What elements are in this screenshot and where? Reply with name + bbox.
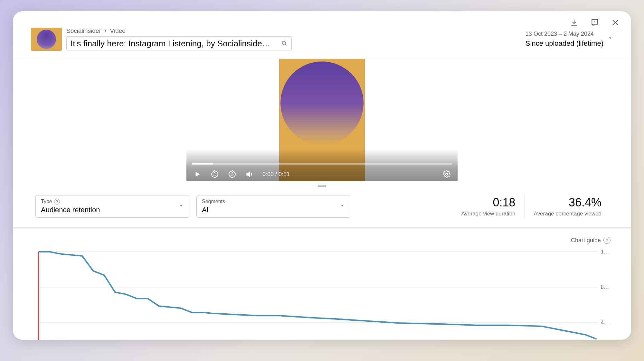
video-title-select[interactable]: It's finally here: Instagram Listening, … <box>66 36 292 51</box>
video-progress-bar[interactable] <box>192 163 452 165</box>
date-range-preset: Since uploaded (lifetime) <box>526 39 603 48</box>
video-thumbnail[interactable] <box>31 28 62 51</box>
type-dropdown[interactable]: Type ? Audience retention <box>35 195 189 218</box>
search-icon[interactable] <box>281 39 288 49</box>
segments-label: Segments <box>202 199 225 204</box>
y-axis: 1…8…4…0% <box>598 249 611 340</box>
date-range-select[interactable]: 13 Oct 2023 – 2 May 2024 Since uploaded … <box>526 31 613 48</box>
date-range-text: 13 Oct 2023 – 2 May 2024 <box>526 31 603 37</box>
chart-guide-link[interactable]: Chart guide ? <box>37 237 611 244</box>
help-icon[interactable]: ? <box>603 237 611 244</box>
play-icon[interactable] <box>193 170 202 179</box>
video-controls: 10 10 0:00 / 0:51 <box>186 149 458 181</box>
svg-point-4 <box>446 173 448 175</box>
metric-avg-duration: 0:18 Average view duration <box>452 195 525 218</box>
segments-value: All <box>202 206 344 214</box>
svg-text:10: 10 <box>213 173 216 176</box>
svg-point-1 <box>282 41 285 44</box>
video-title: It's finally here: Instagram Listening, … <box>71 39 270 48</box>
metrics: 0:18 Average view duration 36.4% Average… <box>452 195 611 218</box>
breadcrumb-leaf[interactable]: Video <box>110 27 126 34</box>
video-player[interactable]: 10 10 0:00 / 0:51 <box>13 59 631 181</box>
flag-icon[interactable] <box>590 18 600 27</box>
type-value: Audience retention <box>41 206 183 214</box>
download-icon[interactable] <box>569 18 579 27</box>
metric-label: Average percentage viewed <box>534 211 601 217</box>
chart-section: Chart guide ? 1…8…4…0% 0:000:160:33 <box>13 228 631 340</box>
breadcrumb: Socialinsider / Video <box>66 27 292 34</box>
gear-icon[interactable] <box>442 170 451 179</box>
chevron-down-icon <box>340 203 345 210</box>
filters-bar: Type ? Audience retention Segments All 0… <box>13 191 631 228</box>
metric-value: 36.4% <box>534 196 601 209</box>
forward-10-icon[interactable]: 10 <box>228 170 237 179</box>
resize-handle[interactable] <box>13 181 631 191</box>
retention-chart[interactable] <box>37 249 598 340</box>
help-icon[interactable]: ? <box>54 199 60 204</box>
topbar <box>13 11 631 27</box>
segments-dropdown[interactable]: Segments All <box>196 195 350 218</box>
metric-label: Average view duration <box>461 211 516 217</box>
svg-text:10: 10 <box>231 173 234 176</box>
chevron-down-icon <box>179 203 184 210</box>
analytics-panel: Socialinsider / Video It's finally here:… <box>13 11 631 340</box>
type-label: Type <box>41 199 52 204</box>
rewind-10-icon[interactable]: 10 <box>210 170 219 179</box>
chevron-down-icon <box>607 35 613 42</box>
close-icon[interactable] <box>611 18 620 27</box>
breadcrumb-root[interactable]: Socialinsider <box>66 27 101 34</box>
breadcrumb-sep: / <box>105 27 106 34</box>
video-time: 0:00 / 0:51 <box>262 171 290 178</box>
header: Socialinsider / Video It's finally here:… <box>13 27 631 59</box>
metric-value: 0:18 <box>461 196 516 209</box>
volume-icon[interactable] <box>245 170 254 179</box>
metric-avg-pct: 36.4% Average percentage viewed <box>525 195 611 218</box>
